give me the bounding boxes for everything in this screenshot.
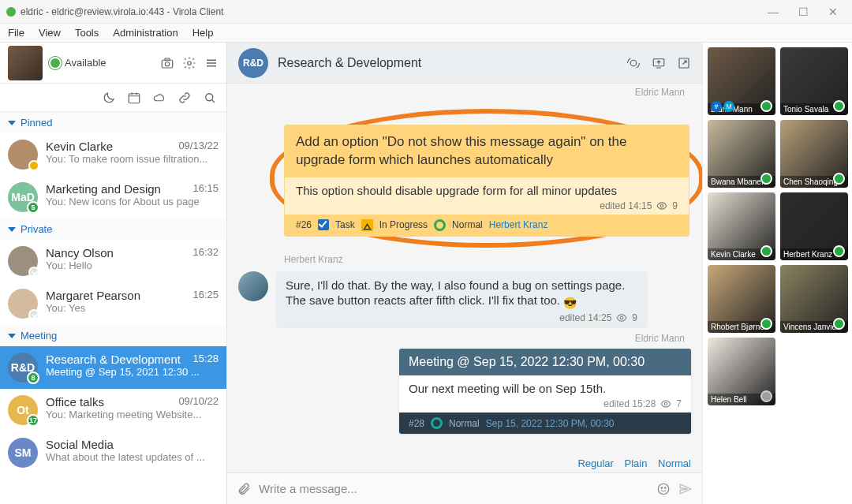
item-name: Research & Development xyxy=(46,353,181,366)
status-label: Available xyxy=(65,57,106,69)
participant-tile[interactable]: Eldric Mann#M xyxy=(708,47,775,115)
svg-point-5 xyxy=(206,93,213,100)
search-icon[interactable] xyxy=(203,91,217,105)
maximize-button[interactable]: ☐ xyxy=(789,2,817,21)
filter-bar: Regular Plain Normal xyxy=(227,457,702,472)
priority-icon xyxy=(434,219,446,231)
participant-tile[interactable]: Tonio Savala xyxy=(780,47,848,115)
chat-scroll[interactable]: Eldric Mann Add an option "Do not show t… xyxy=(227,84,702,457)
item-time: 16:32 xyxy=(192,246,219,259)
svg-rect-2 xyxy=(165,58,170,60)
menu-help[interactable]: Help xyxy=(192,27,214,39)
filter-normal[interactable]: Normal xyxy=(658,457,691,469)
conversation-pane: R&D Research & Development Eldric Mann A… xyxy=(227,43,702,504)
sidebar-item[interactable]: SMSocial MediaWhat about the latest upda… xyxy=(0,431,226,474)
filter-plain[interactable]: Plain xyxy=(625,457,648,469)
section-label: Private xyxy=(21,223,52,235)
in-progress-icon xyxy=(361,219,373,231)
participant-tile[interactable]: Helen Bell xyxy=(708,338,775,405)
profile-area[interactable]: Available xyxy=(0,43,226,84)
presence-dot xyxy=(760,318,772,330)
room-avatar: R&D xyxy=(238,48,268,78)
section-header[interactable]: Meeting xyxy=(0,325,226,346)
item-time: 16:25 xyxy=(192,289,219,302)
menu-file[interactable]: File xyxy=(8,27,24,39)
attach-icon[interactable] xyxy=(237,482,251,496)
menu-tools[interactable]: Tools xyxy=(75,27,99,39)
item-time: 09/13/22 xyxy=(178,140,219,153)
calendar-icon[interactable] xyxy=(127,91,141,105)
item-time: 09/10/22 xyxy=(178,395,219,409)
profile-avatar xyxy=(8,46,43,80)
task-checkbox-icon xyxy=(318,219,329,230)
message-row: Sure, I'll do that. By the way, I also f… xyxy=(238,271,691,327)
presence-badge: ✕ xyxy=(28,309,39,320)
room-title: Research & Development xyxy=(278,56,617,70)
sidebar-item[interactable]: ✕Nancy Olson16:32You: Hello xyxy=(0,240,226,282)
sidebar-item[interactable]: Ot17Office talks09/10/22You: Marketing m… xyxy=(0,389,226,431)
participant-tile[interactable]: Herbert Kranz xyxy=(780,192,848,260)
minimize-button[interactable]: — xyxy=(759,2,787,21)
participant-tile[interactable]: Chen Shaoqing xyxy=(780,120,848,188)
link-icon[interactable] xyxy=(178,91,192,105)
chevron-down-icon xyxy=(8,227,16,232)
expand-icon[interactable] xyxy=(677,56,691,70)
section-header[interactable]: Private xyxy=(0,218,226,240)
sidebar-item[interactable]: MaD5Marketing and Design16:15You: New ic… xyxy=(0,176,226,218)
close-button[interactable]: ✕ xyxy=(819,2,847,21)
meeting-id: #28 xyxy=(409,418,424,429)
message-edited: edited 14:25 xyxy=(559,312,611,323)
moon-icon[interactable] xyxy=(102,91,116,105)
presence-badge xyxy=(28,160,39,171)
eye-icon xyxy=(660,398,671,409)
message-avatar[interactable] xyxy=(238,271,268,301)
item-name: Marketing and Design xyxy=(46,182,161,196)
presence-badge: 8 xyxy=(27,371,39,384)
menu-icon[interactable] xyxy=(204,56,219,70)
presence-badge: ✕ xyxy=(28,267,39,278)
status-pill[interactable]: Available xyxy=(49,57,160,69)
menubar: File View Tools Administration Help xyxy=(0,24,852,43)
sender-label: Herbert Kranz xyxy=(238,251,691,267)
settings-icon[interactable] xyxy=(182,56,196,70)
window-title: eldric - eldric@review.virola.io:443 - V… xyxy=(21,6,759,17)
call-icon[interactable] xyxy=(626,56,641,70)
meeting-card[interactable]: Meeting @ Sep 15, 2022 12:30 PM, 00:30 O… xyxy=(399,349,691,434)
avatar: SM xyxy=(8,438,38,468)
task-views: 9 xyxy=(672,200,678,211)
titlebar: eldric - eldric@review.virola.io:443 - V… xyxy=(0,0,852,24)
participant-tile[interactable]: Bwana Mbanefo xyxy=(708,120,775,188)
meeting-body: Our next meeting will be on Sep 15th. xyxy=(409,382,606,395)
sidebar-item[interactable]: ✕Margaret Pearson16:25You: Yes xyxy=(0,282,226,325)
avatar: ✕ xyxy=(8,246,38,276)
meeting-views: 7 xyxy=(676,398,682,409)
message-views: 9 xyxy=(632,312,637,323)
filter-regular[interactable]: Regular xyxy=(577,457,614,469)
svg-point-12 xyxy=(665,403,668,406)
send-icon[interactable] xyxy=(678,482,693,496)
menu-admin[interactable]: Administration xyxy=(113,27,178,39)
emoji-icon[interactable] xyxy=(656,482,671,496)
message-input[interactable]: Write a message... xyxy=(259,482,648,495)
sidebar-item[interactable]: R&D8Research & Development15:28Meeting @… xyxy=(0,346,226,389)
sidebar-item[interactable]: Kevin Clarke09/13/22You: To make room is… xyxy=(0,133,226,176)
meeting-schedule[interactable]: Sep 15, 2022 12:30 PM, 00:30 xyxy=(486,418,615,429)
section-header[interactable]: Pinned xyxy=(0,112,226,133)
camera-icon[interactable] xyxy=(160,56,174,70)
participant-tile[interactable]: Vincens Janvier xyxy=(780,265,848,333)
item-time: 16:15 xyxy=(192,182,219,196)
presence-badge: 5 xyxy=(27,201,39,214)
task-assignee[interactable]: Herbert Kranz xyxy=(489,219,548,230)
screen-share-icon[interactable] xyxy=(652,56,666,70)
item-preview: You: Hello xyxy=(46,259,219,271)
cloud-icon[interactable] xyxy=(152,91,166,105)
task-card[interactable]: Add an option "Do not show this message … xyxy=(284,125,689,237)
participant-tile[interactable]: Rhobert Bjørnen xyxy=(708,265,775,333)
item-preview: You: To make room issue filtration... xyxy=(46,153,219,165)
mic-icon: M xyxy=(723,101,734,112)
menu-view[interactable]: View xyxy=(39,27,61,39)
participant-tile[interactable]: Kevin Clarke xyxy=(708,192,775,260)
meeting-edited: edited 15:28 xyxy=(604,398,656,409)
meeting-priority: Normal xyxy=(449,418,480,429)
message-bubble[interactable]: Sure, I'll do that. By the way, I also f… xyxy=(276,271,647,327)
